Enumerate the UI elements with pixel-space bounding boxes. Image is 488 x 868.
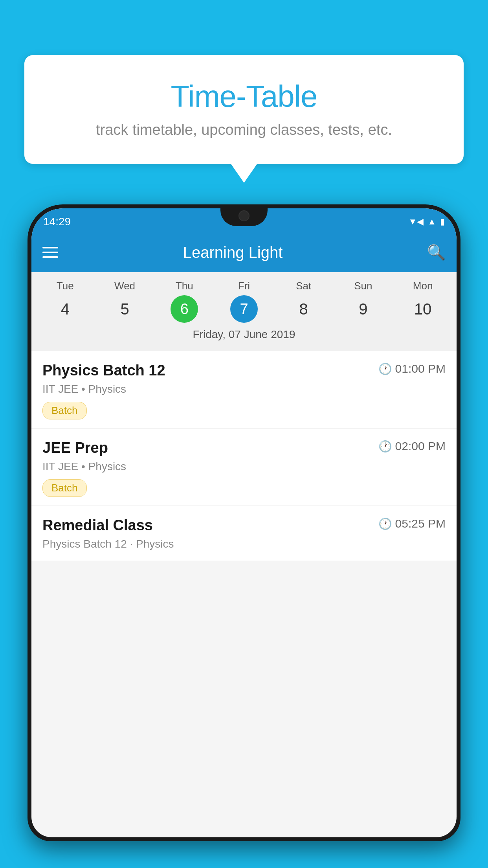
day-numbers: 4 5 6 7 8 9 10 — [31, 295, 457, 323]
schedule-item-1-title: Physics Batch 12 — [42, 362, 165, 379]
batch-tag-1: Batch — [42, 402, 87, 419]
status-time: 14:29 — [43, 215, 71, 228]
hamburger-menu-icon[interactable] — [42, 247, 58, 258]
batch-tag-2: Batch — [42, 479, 87, 497]
status-icons: ▼◀ ▲ ▮ — [408, 217, 445, 227]
phone-frame: 14:29 ▼◀ ▲ ▮ Learning Light 🔍 — [28, 204, 460, 841]
day-header-thu: Thu — [154, 280, 214, 292]
app-title: Learning Light — [58, 244, 407, 261]
day-9[interactable]: 9 — [334, 296, 393, 323]
day-10[interactable]: 10 — [393, 296, 453, 323]
schedule-item-2-time: 🕐 02:00 PM — [378, 440, 446, 453]
signal-icon: ▲ — [427, 217, 436, 227]
schedule-item-2[interactable]: JEE Prep 🕐 02:00 PM IIT JEE • Physics Ba… — [31, 428, 457, 506]
day-6-today[interactable]: 6 — [171, 295, 198, 323]
schedule-item-1[interactable]: Physics Batch 12 🕐 01:00 PM IIT JEE • Ph… — [31, 351, 457, 428]
calendar-strip: Tue Wed Thu Fri Sat Sun Mon 4 5 6 7 8 9 … — [31, 272, 457, 351]
schedule-item-3-title: Remedial Class — [42, 517, 153, 534]
day-header-sun: Sun — [334, 280, 393, 292]
schedule-item-2-header: JEE Prep 🕐 02:00 PM — [42, 440, 446, 456]
bubble-title: Time-Table — [40, 79, 448, 114]
day-header-mon: Mon — [393, 280, 453, 292]
search-icon[interactable]: 🔍 — [427, 244, 446, 261]
day-header-tue: Tue — [35, 280, 95, 292]
phone-notch — [220, 204, 268, 226]
schedule-item-2-subject: IIT JEE • Physics — [42, 460, 446, 473]
selected-date-label: Friday, 07 June 2019 — [31, 323, 457, 347]
day-header-fri: Fri — [214, 280, 274, 292]
schedule-item-3[interactable]: Remedial Class 🕐 05:25 PM Physics Batch … — [31, 506, 457, 561]
schedule-item-3-time: 🕐 05:25 PM — [378, 517, 446, 530]
phone-screen: 14:29 ▼◀ ▲ ▮ Learning Light 🔍 — [31, 208, 457, 837]
day-5[interactable]: 5 — [95, 296, 155, 323]
clock-icon-3: 🕐 — [378, 517, 392, 530]
day-headers: Tue Wed Thu Fri Sat Sun Mon — [31, 280, 457, 292]
schedule-list: Physics Batch 12 🕐 01:00 PM IIT JEE • Ph… — [31, 351, 457, 561]
schedule-item-3-subject: Physics Batch 12 · Physics — [42, 538, 446, 550]
day-header-sat: Sat — [274, 280, 334, 292]
schedule-item-3-header: Remedial Class 🕐 05:25 PM — [42, 517, 446, 534]
schedule-item-1-subject: IIT JEE • Physics — [42, 383, 446, 395]
schedule-item-1-time: 🕐 01:00 PM — [378, 362, 446, 375]
phone-camera — [238, 210, 250, 221]
day-7-selected[interactable]: 7 — [230, 295, 258, 323]
bubble-subtitle: track timetable, upcoming classes, tests… — [40, 121, 448, 138]
schedule-item-2-title: JEE Prep — [42, 440, 108, 456]
battery-icon: ▮ — [440, 217, 445, 227]
speech-bubble-container: Time-Table track timetable, upcoming cla… — [24, 55, 464, 164]
schedule-item-1-header: Physics Batch 12 🕐 01:00 PM — [42, 362, 446, 379]
day-8[interactable]: 8 — [274, 296, 334, 323]
clock-icon-2: 🕐 — [378, 440, 392, 453]
day-4[interactable]: 4 — [35, 296, 95, 323]
clock-icon-1: 🕐 — [378, 362, 392, 375]
day-header-wed: Wed — [95, 280, 155, 292]
phone-container: 14:29 ▼◀ ▲ ▮ Learning Light 🔍 — [28, 204, 460, 868]
wifi-icon: ▼◀ — [408, 217, 424, 227]
speech-bubble: Time-Table track timetable, upcoming cla… — [24, 55, 464, 164]
app-bar: Learning Light 🔍 — [31, 233, 457, 272]
